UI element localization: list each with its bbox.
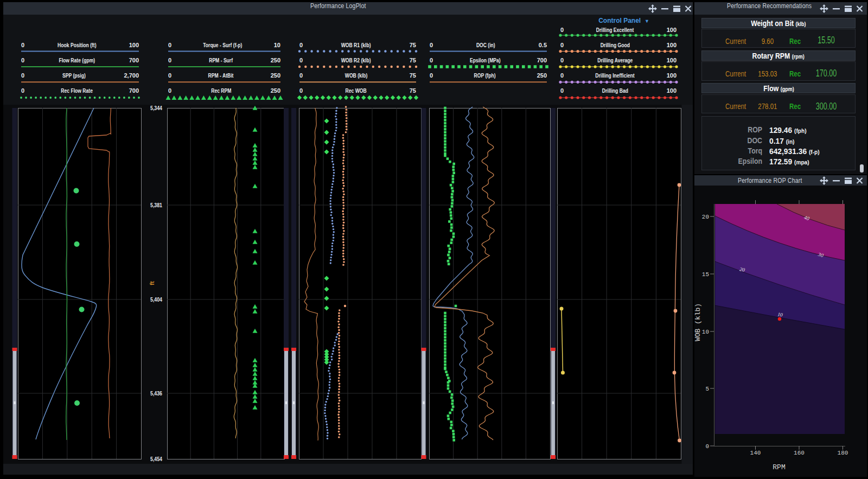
svg-text:10: 10 xyxy=(702,329,709,335)
svg-text:140: 140 xyxy=(750,450,761,456)
svg-text:RPM: RPM xyxy=(773,463,785,471)
svg-text:5: 5 xyxy=(705,386,709,392)
svg-text:5,454: 5,454 xyxy=(150,456,163,462)
svg-text:5,436: 5,436 xyxy=(150,390,162,397)
svg-text:20: 20 xyxy=(702,214,709,220)
svg-text:0: 0 xyxy=(705,443,709,450)
svg-text:15: 15 xyxy=(702,271,709,278)
svg-text:5,344: 5,344 xyxy=(150,105,163,111)
svg-text:160: 160 xyxy=(794,450,805,456)
svg-text:10: 10 xyxy=(777,311,783,317)
svg-text:5,404: 5,404 xyxy=(150,296,163,303)
svg-text:5,381: 5,381 xyxy=(150,202,162,208)
svg-text:180: 180 xyxy=(838,450,848,456)
svg-text:ft: ft xyxy=(149,281,155,285)
svg-text:WOB (klb): WOB (klb) xyxy=(694,303,702,341)
